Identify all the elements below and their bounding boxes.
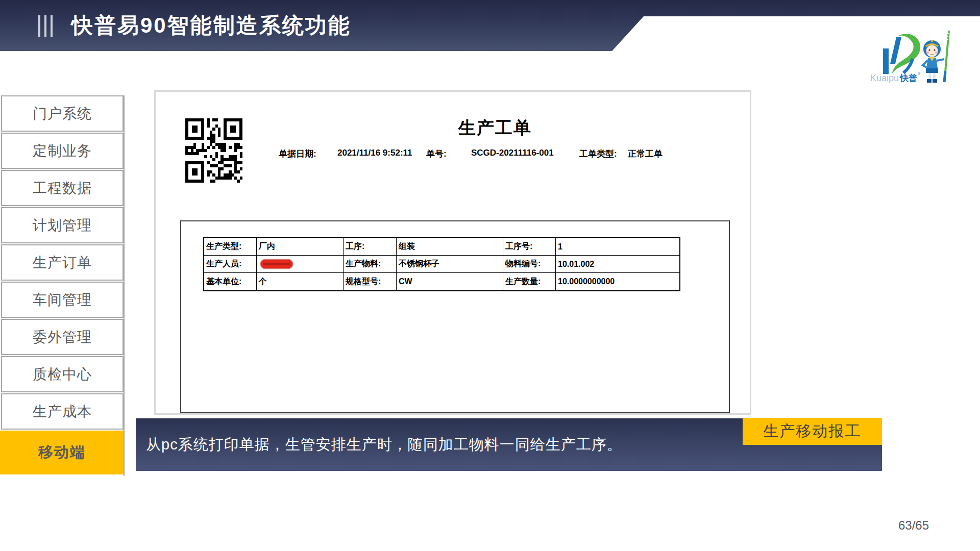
kuaipu-logo: Kuaipu 快普 ®	[866, 28, 957, 86]
meta-type-value: 正常工单	[628, 148, 663, 160]
page-number: 63/65	[898, 518, 929, 533]
sidebar-item-workshop[interactable]: 车间管理	[1, 282, 124, 318]
qr-code	[185, 118, 242, 183]
sidebar-item-planning[interactable]: 计划管理	[1, 207, 124, 243]
meta-no-label: 单号:	[426, 148, 447, 160]
sidebar-item-engineering[interactable]: 工程数据	[1, 170, 124, 206]
meta-date-label: 单据日期:	[279, 148, 316, 160]
meta-no-value: SCGD-20211116-001	[471, 148, 554, 158]
table-label: 生产类型:	[204, 238, 257, 256]
meta-date-value: 2021/11/16 9:52:11	[337, 148, 412, 158]
document-frame: 生产类型: 厂内 工序: 组装 工序号: 1 生产人员: 生产物料: 不锈钢杯子…	[180, 220, 730, 413]
table-label: 基本单位:	[204, 273, 257, 290]
table-value: 个	[257, 273, 344, 290]
brand-cn: 快普	[899, 73, 917, 83]
kp-mark	[883, 34, 920, 74]
table-value: 10.0000000000	[556, 273, 679, 290]
kuaipu-logo-graphic: Kuaipu 快普 ®	[866, 28, 957, 86]
table-label: 生产物料:	[344, 256, 397, 273]
table-label: 工序号:	[503, 238, 556, 256]
meta-type-label: 工单类型:	[579, 148, 617, 160]
document-title: 生产工单	[442, 116, 549, 140]
slide: { "colors": { "header_navy_top": "#242a4…	[0, 0, 980, 551]
table-label: 工序:	[344, 238, 397, 256]
reg-mark: ®	[918, 72, 921, 76]
work-order-table: 生产类型: 厂内 工序: 组装 工序号: 1 生产人员: 生产物料: 不锈钢杯子…	[203, 237, 680, 291]
section-badge: 生产移动报工	[743, 418, 882, 445]
sidebar-item-custom[interactable]: 定制业务	[1, 133, 124, 169]
sidebar-item-outsourcing[interactable]: 委外管理	[1, 319, 124, 355]
table-value: 10.01.002	[556, 256, 679, 273]
sidebar-item-portal[interactable]: 门户系统	[1, 95, 124, 132]
triple-bars-icon	[38, 15, 55, 37]
work-order-panel: 生产工单 单据日期: 2021/11/16 9:52:11 单号: SCGD-2…	[154, 90, 751, 415]
table-label: 规格型号:	[344, 273, 397, 290]
table-label: 生产数量:	[503, 273, 556, 290]
table-value: 组装	[397, 238, 503, 256]
caption-text: 从pc系统打印单据，生管安排生产时，随同加工物料一同给生产工序。	[136, 435, 622, 455]
page-title: 快普易90智能制造系统功能	[71, 11, 351, 40]
sidebar-item-prod-cost[interactable]: 生产成本	[1, 393, 124, 430]
table-label: 生产人员:	[204, 256, 257, 273]
header-banner: 快普易90智能制造系统功能	[0, 0, 980, 51]
mascot-monkey-king	[921, 31, 949, 83]
sidebar-divider	[124, 95, 125, 476]
sidebar-item-qc[interactable]: 质检中心	[1, 356, 124, 392]
table-value: CW	[397, 273, 503, 290]
sidebar-item-mobile-active[interactable]: 移动端	[0, 431, 124, 474]
table-label: 物料编号:	[503, 256, 556, 273]
table-value: 1	[556, 238, 679, 256]
table-value: 不锈钢杯子	[397, 256, 503, 273]
table-value-redacted	[257, 256, 344, 273]
red-scribble-redaction	[261, 260, 292, 268]
brand-latin: Kuaipu	[870, 73, 899, 83]
sidebar-item-prod-order[interactable]: 生产订单	[1, 244, 124, 281]
table-value: 厂内	[257, 238, 344, 256]
